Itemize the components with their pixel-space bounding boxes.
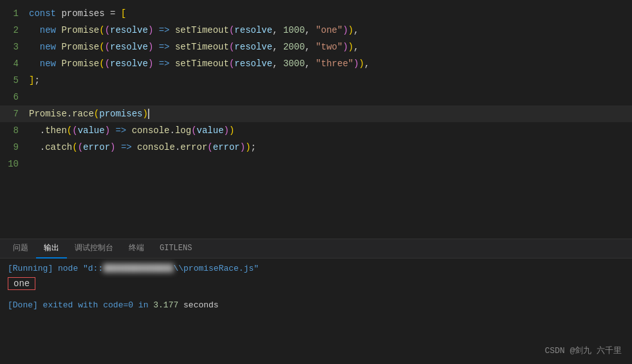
token-paren: [	[121, 8, 126, 19]
code-editor[interactable]: 1const promises = [2 new Promise((resolv…	[0, 0, 632, 239]
code-line-10: 10	[0, 156, 632, 172]
token-plain: ,	[364, 59, 369, 69]
token-kw: new	[40, 25, 56, 35]
token-paren: )	[348, 42, 353, 52]
token-str: "one"	[315, 25, 342, 35]
token-fn: Promise	[61, 42, 99, 52]
token-paren: )	[142, 109, 147, 119]
running-path-end: \\promiseRace.js"	[173, 264, 259, 273]
token-fn: setTimeout	[175, 25, 229, 35]
token-paren2: )	[342, 25, 348, 35]
token-paren2: (	[105, 25, 110, 35]
token-paren2: (	[105, 42, 110, 52]
token-plain: ,	[305, 59, 316, 69]
token-plain: ,	[353, 42, 358, 52]
token-var: promises	[99, 109, 142, 119]
code-line-2: 2 new Promise((resolve) => setTimeout(re…	[0, 22, 632, 39]
token-fn: Promise	[61, 25, 99, 35]
token-var: value	[197, 125, 224, 136]
token-paren: )	[359, 59, 364, 69]
line-number-2: 2	[0, 22, 29, 39]
panel-content: [Running] node "d::██████████████\\promi…	[0, 259, 632, 364]
token-plain	[153, 42, 158, 52]
token-plain	[170, 42, 175, 52]
tab-终端[interactable]: 终端	[121, 239, 152, 259]
token-var: resolve	[110, 59, 148, 69]
token-plain: .	[170, 125, 175, 136]
token-paren2: )	[224, 125, 229, 136]
code-line-1: 1const promises = [	[0, 5, 632, 22]
line-number-7: 7	[0, 105, 29, 122]
token-paren2: (	[207, 142, 212, 152]
token-var: resolve	[110, 25, 148, 35]
token-paren2: )	[105, 125, 110, 136]
token-paren: )	[229, 125, 234, 136]
bottom-panel: 问题输出调试控制台终端GITLENS [Running] node "d::██…	[0, 239, 632, 364]
done-time: 3.177	[153, 300, 178, 310]
token-fn: Promise	[29, 109, 67, 119]
running-label: [Running] node "d::	[8, 264, 103, 273]
done-text: [Done] exited with code=0 in	[8, 300, 153, 310]
token-plain	[153, 25, 158, 35]
line-number-10: 10	[0, 156, 29, 172]
running-line: [Running] node "d::██████████████\\promi…	[8, 264, 624, 273]
line-number-8: 8	[0, 122, 29, 139]
token-fn: catch	[45, 142, 72, 152]
token-fn: setTimeout	[175, 59, 229, 69]
code-line-9: 9 .catch((error) => console.error(error)…	[0, 139, 632, 156]
tab-输出[interactable]: 输出	[36, 239, 67, 259]
token-fn: error	[180, 142, 207, 152]
token-paren: (	[67, 125, 72, 136]
text-cursor	[148, 109, 149, 119]
token-paren2: (	[191, 125, 196, 136]
token-plain: ,	[272, 42, 283, 52]
token-plain	[170, 25, 175, 35]
token-paren2: )	[353, 59, 358, 69]
token-plain	[29, 25, 40, 35]
token-paren: (	[99, 42, 104, 52]
token-paren: )	[348, 25, 353, 35]
token-paren: (	[94, 109, 99, 119]
tab-问题[interactable]: 问题	[5, 239, 36, 259]
line-content-3: new Promise((resolve) => setTimeout(reso…	[29, 39, 632, 55]
token-var: value	[78, 125, 105, 136]
token-plain	[132, 142, 137, 152]
token-plain	[29, 59, 40, 69]
token-fn: console	[137, 142, 175, 152]
token-plain	[126, 125, 131, 136]
line-content-7: Promise.race(promises)	[29, 105, 632, 122]
code-line-6: 6	[0, 89, 632, 105]
output-value: one	[8, 277, 35, 290]
line-number-5: 5	[0, 72, 29, 89]
code-line-3: 3 new Promise((resolve) => setTimeout(re…	[0, 39, 632, 55]
panel-tab-bar: 问题输出调试控制台终端GITLENS	[0, 239, 632, 259]
line-content-9: .catch((error) => console.error(error));	[29, 139, 632, 156]
token-paren2: )	[240, 142, 245, 152]
watermark: CSDN @剑九 六千里	[544, 345, 622, 356]
token-arrow: =>	[121, 142, 132, 152]
token-var: resolve	[234, 59, 272, 69]
line-content-4: new Promise((resolve) => setTimeout(reso…	[29, 55, 632, 72]
token-paren: (	[99, 25, 104, 35]
token-fn: console	[132, 125, 170, 136]
token-plain	[29, 42, 40, 52]
done-line: [Done] exited with code=0 in 3.177 secon…	[8, 300, 624, 310]
token-kw: new	[40, 42, 56, 52]
token-var: resolve	[110, 42, 148, 52]
output-value-box: one	[8, 277, 624, 295]
token-plain: .	[29, 125, 45, 136]
token-paren2: (	[72, 125, 77, 136]
line-number-3: 3	[0, 39, 29, 55]
line-content-2: new Promise((resolve) => setTimeout(reso…	[29, 22, 632, 39]
token-paren2: (	[78, 142, 83, 152]
tab-gitlens[interactable]: GITLENS	[152, 239, 200, 259]
token-paren2: )	[342, 42, 348, 52]
token-plain: ;	[251, 142, 256, 152]
line-number-4: 4	[0, 55, 29, 72]
token-var: error	[213, 142, 240, 152]
token-num: 3000	[283, 59, 305, 69]
tab-调试控制台[interactable]: 调试控制台	[67, 239, 121, 259]
line-number-1: 1	[0, 5, 29, 22]
token-plain: ,	[272, 59, 283, 69]
token-paren: )	[245, 142, 250, 152]
